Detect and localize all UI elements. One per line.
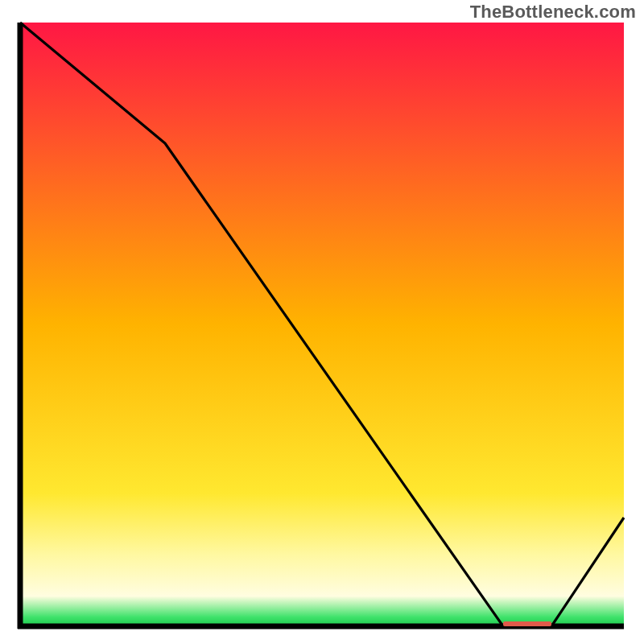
plot-background — [20, 23, 624, 626]
chart-container: TheBottleneck.com — [0, 0, 644, 644]
optimal-range-marker — [503, 621, 551, 626]
bottleneck-chart — [0, 0, 644, 644]
watermark-text: TheBottleneck.com — [470, 2, 636, 23]
